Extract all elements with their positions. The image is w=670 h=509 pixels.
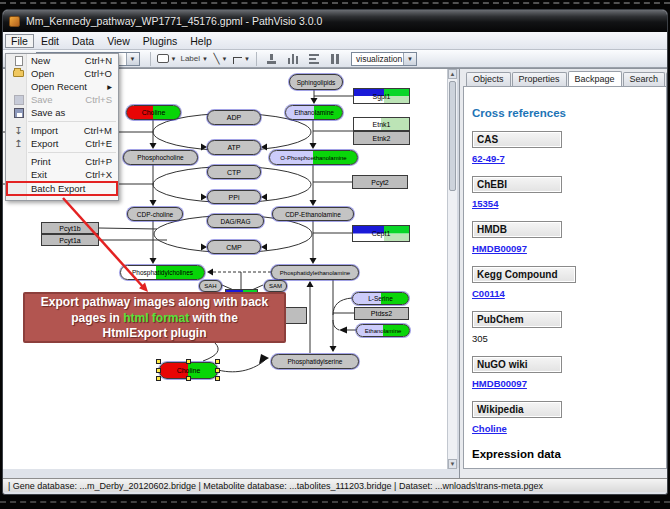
- tab-objects[interactable]: Objects: [466, 72, 511, 87]
- menu-item-exit[interactable]: ExitCtrl+X: [6, 168, 118, 181]
- tab-search[interactable]: Search: [623, 72, 666, 87]
- node-sah[interactable]: SAH: [199, 280, 222, 292]
- node-cdp-ethanolamine[interactable]: CDP-Ethanolamine: [272, 207, 354, 221]
- menu-view[interactable]: View: [101, 34, 136, 48]
- selection-handle[interactable]: [156, 359, 161, 364]
- node-pcyt1b[interactable]: Pcyt1b: [41, 222, 99, 234]
- menu-item-export[interactable]: ExportCtrl+E: [6, 137, 118, 150]
- menu-shortcut: Ctrl+M: [84, 125, 112, 136]
- xref-link[interactable]: C00114: [472, 288, 666, 299]
- save-icon: [10, 95, 27, 105]
- node-ptdss2[interactable]: Ptdss2: [354, 307, 409, 320]
- canvas-vertical-scrollbar[interactable]: ▲ ▼: [447, 69, 457, 469]
- menu-item-label: Exit: [31, 169, 47, 180]
- tab-backpage[interactable]: Backpage: [568, 71, 622, 86]
- menu-shortcut: Ctrl+O: [84, 68, 112, 79]
- visualization-value: visualization: [356, 54, 402, 64]
- menu-help[interactable]: Help: [184, 34, 218, 48]
- selection-handle[interactable]: [215, 376, 220, 381]
- menu-item-save-as[interactable]: Save as: [6, 106, 118, 119]
- xref-database-name: NuGO wiki: [472, 356, 562, 373]
- menu-item-new[interactable]: NewCtrl+N: [6, 54, 118, 67]
- caret-down-icon: ▼: [202, 56, 208, 62]
- expression-data-heading: Expression data: [472, 448, 666, 460]
- menu-separator: [28, 150, 116, 153]
- xref-link[interactable]: Choline: [472, 423, 666, 434]
- xref-section-hmdb: HMDBHMDB00097: [472, 221, 666, 254]
- node-cdp-choline[interactable]: CDP-choline: [127, 207, 183, 221]
- node-sphingolipids[interactable]: Sphingolipids: [289, 74, 343, 90]
- saveas-icon: [10, 108, 27, 118]
- xref-link[interactable]: 15354: [472, 198, 666, 209]
- selection-handle[interactable]: [215, 359, 220, 364]
- window-title: Mm_Kennedy_pathway_WP1771_45176.gpml - P…: [26, 15, 322, 27]
- scroll-down-icon[interactable]: ▼: [448, 459, 457, 469]
- menu-item-open[interactable]: OpenCtrl+O: [6, 67, 118, 80]
- add-label-button[interactable]: Label ▼: [180, 51, 208, 67]
- xref-link[interactable]: 62-49-7: [472, 153, 666, 164]
- node-adp[interactable]: ADP: [207, 110, 261, 125]
- status-bar: | Gene database: ...m_Derby_20120602.bri…: [3, 478, 667, 492]
- node-sam[interactable]: SAM: [264, 280, 287, 292]
- node-phosphatidylethanolamine[interactable]: Phosphatidylethanolamine: [271, 265, 359, 280]
- node-phosphatidylcholines[interactable]: Phosphatidylcholines: [120, 265, 205, 280]
- zoom-dropdown-icon[interactable]: ▼: [126, 53, 139, 65]
- node-ethanolamine[interactable]: Ethanolamine: [356, 324, 410, 337]
- selection-handle[interactable]: [215, 368, 220, 373]
- node-etnk2[interactable]: Etnk2: [353, 131, 410, 145]
- menu-item-open-recent[interactable]: Open Recent▸: [6, 80, 118, 93]
- menu-item-print[interactable]: PrintCtrl+P: [6, 155, 118, 168]
- backpage-panel[interactable]: Cross references CAS62-49-7ChEBI15354HMD…: [463, 86, 667, 469]
- menu-item-import[interactable]: ImportCtrl+M: [6, 124, 118, 137]
- callout-highlight: html format: [123, 311, 189, 325]
- node-o-phosphoethanolamine[interactable]: O-Phosphoethanolamine: [269, 150, 358, 165]
- draw-connector-button[interactable]: ▼: [233, 51, 250, 67]
- selection-handle[interactable]: [156, 376, 161, 381]
- xref-value: 305: [472, 333, 666, 344]
- node-l-serine[interactable]: L-Serine: [352, 292, 409, 305]
- distribute-vertical-icon: [331, 54, 339, 64]
- node-atp[interactable]: ATP: [207, 140, 261, 155]
- distribute-horizontal-button[interactable]: [305, 51, 322, 67]
- node-phosphocholine[interactable]: Phosphocholine: [123, 150, 198, 165]
- toolbar-separator: [256, 52, 257, 66]
- node-phosphatidylserine[interactable]: Phosphatidylserine: [271, 354, 359, 369]
- node-ethanolamine[interactable]: Ethanolamine: [285, 105, 343, 120]
- menu-edit[interactable]: Edit: [35, 34, 65, 48]
- visualization-combobox[interactable]: visualization ▼: [351, 52, 417, 66]
- add-datanode-button[interactable]: ▼: [157, 51, 177, 67]
- distribute-vertical-button[interactable]: [326, 51, 343, 67]
- node-etnk1[interactable]: Etnk1: [353, 117, 410, 131]
- xref-section-kegg-compound: Kegg CompoundC00114: [472, 266, 666, 299]
- menu-item-save[interactable]: SaveCtrl+S: [6, 93, 118, 106]
- import-icon: [10, 125, 27, 136]
- menu-data[interactable]: Data: [66, 34, 100, 48]
- node-pcyt1a[interactable]: Pcyt1a: [41, 234, 99, 246]
- selection-handle[interactable]: [186, 359, 191, 364]
- menu-file[interactable]: File: [5, 34, 34, 48]
- scroll-up-icon[interactable]: ▲: [448, 69, 457, 79]
- node-cept1[interactable]: Cept1: [352, 225, 410, 242]
- tab-legend[interactable]: Legend: [666, 72, 668, 87]
- menu-plugins[interactable]: Plugins: [137, 34, 183, 48]
- tab-properties[interactable]: Properties: [512, 72, 567, 87]
- caret-down-icon: ▼: [171, 56, 177, 62]
- selection-handle[interactable]: [186, 376, 191, 381]
- xref-link[interactable]: HMDB00097: [472, 243, 666, 254]
- selection-handle[interactable]: [156, 368, 161, 373]
- visualization-dropdown-icon[interactable]: ▼: [403, 53, 416, 65]
- node-choline[interactable]: Choline: [126, 105, 181, 120]
- align-vertical-button[interactable]: [284, 51, 301, 67]
- node-pcyt2[interactable]: Pcyt2: [352, 175, 408, 189]
- xref-link[interactable]: HMDB00097: [472, 378, 666, 389]
- vscroll-thumb[interactable]: [449, 81, 456, 191]
- node-sgpl1[interactable]: Sgpl1: [353, 88, 410, 104]
- menu-separator: [28, 119, 116, 122]
- menu-item-batch-export[interactable]: Batch Export: [6, 181, 118, 196]
- draw-line-button[interactable]: ╲ ▼: [212, 51, 229, 67]
- node-ppi[interactable]: PPi: [207, 190, 261, 204]
- align-center-button[interactable]: [263, 51, 280, 67]
- node-ctp[interactable]: CTP: [207, 165, 261, 179]
- node-dag-rag[interactable]: DAG/RAG: [207, 214, 264, 228]
- node-cmp[interactable]: CMP: [207, 240, 261, 254]
